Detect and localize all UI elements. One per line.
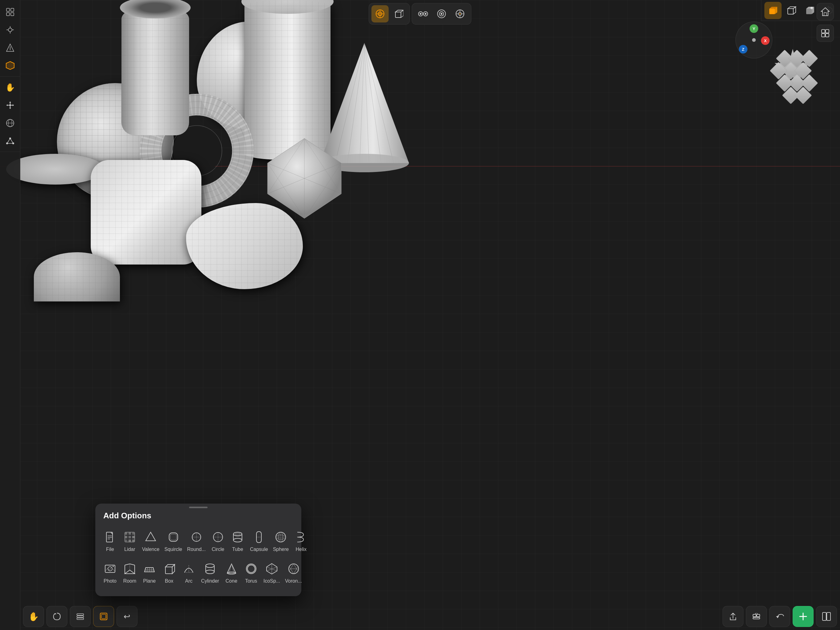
svg-line-135	[146, 532, 151, 541]
option-round[interactable]: Round...	[186, 527, 207, 555]
photo-icon	[103, 561, 117, 576]
tr-btn-cube-wire[interactable]	[783, 2, 800, 19]
svg-rect-120	[106, 532, 112, 542]
bl-btn-stack[interactable]	[93, 606, 114, 627]
option-arc[interactable]: Arc	[180, 558, 197, 587]
toolbar-pill-1	[369, 3, 410, 25]
tool-vertex[interactable]	[2, 133, 18, 149]
svg-rect-129	[128, 536, 131, 538]
option-cylinder[interactable]: Cylinder	[200, 558, 221, 587]
tool-orange-active[interactable]	[2, 57, 18, 73]
option-squircle-label: Squircle	[164, 546, 182, 552]
tr-btn-cube-solid[interactable]	[764, 2, 782, 19]
svg-line-64	[7, 138, 10, 143]
panel-drag-handle[interactable]	[189, 507, 208, 508]
option-sphere[interactable]: Sphere	[272, 527, 290, 555]
option-file-label: File	[106, 546, 114, 552]
tool-hand[interactable]: ✋	[2, 79, 18, 95]
bl-btn-layers[interactable]	[70, 606, 91, 627]
pill-btn-target[interactable]	[452, 5, 469, 22]
home-button[interactable]	[816, 3, 834, 20]
pill-btn-sphere-view[interactable]	[371, 5, 388, 22]
tool-globe[interactable]	[2, 115, 18, 131]
svg-rect-109	[101, 614, 106, 619]
voronoi-icon	[286, 561, 301, 576]
option-lidar[interactable]: Lidar	[121, 527, 138, 555]
svg-rect-102	[826, 30, 829, 33]
cylinder-icon	[203, 561, 217, 576]
svg-point-158	[108, 567, 112, 571]
svg-line-170	[151, 568, 152, 572]
toolbar-bottom-left: ✋ ↩	[23, 606, 137, 627]
svg-line-65	[10, 138, 13, 143]
bl-btn-back[interactable]: ↩	[117, 606, 137, 627]
br-btn-shortcut[interactable]	[746, 606, 767, 627]
br-btn-share[interactable]	[723, 606, 744, 627]
pill-btn-cube-view[interactable]	[390, 5, 407, 22]
option-cone[interactable]: Cone	[223, 558, 240, 587]
br-btn-undo[interactable]	[769, 606, 790, 627]
svg-rect-110	[753, 614, 756, 617]
br-btn-split[interactable]	[816, 606, 837, 627]
option-torus[interactable]: Torus	[243, 558, 260, 587]
svg-marker-134	[146, 532, 156, 541]
svg-rect-100	[824, 13, 826, 16]
option-circle-label: Circle	[212, 546, 224, 552]
squircle-icon	[166, 530, 181, 545]
option-capsule[interactable]: Capsule	[249, 527, 269, 555]
br-btn-add[interactable]	[793, 606, 813, 627]
tr-btn-cube-render[interactable]	[801, 2, 818, 19]
option-icosphere[interactable]: IcoSp...	[262, 558, 281, 587]
bl-btn-hand[interactable]: ✋	[23, 606, 44, 627]
cone-icon	[224, 561, 239, 576]
option-room[interactable]: Room	[121, 558, 138, 587]
svg-point-75	[420, 13, 422, 15]
svg-line-164	[130, 564, 135, 565]
option-tube[interactable]: Tube	[229, 527, 246, 555]
svg-point-49	[9, 104, 11, 106]
option-photo[interactable]: Photo	[101, 558, 119, 587]
svg-rect-131	[125, 540, 127, 542]
axis-z: Z	[739, 45, 747, 54]
option-plane[interactable]: Plane	[141, 558, 158, 587]
bl-btn-lasso[interactable]	[46, 606, 67, 627]
svg-marker-99	[821, 8, 829, 16]
svg-point-41	[8, 28, 12, 32]
axis-gizmo[interactable]: Y X Z	[736, 22, 772, 59]
svg-point-159	[112, 566, 114, 567]
option-voronoi[interactable]: Voron...	[284, 558, 303, 587]
capsule-icon	[251, 530, 266, 545]
option-helix[interactable]: Helix	[292, 527, 309, 555]
option-squircle[interactable]: Squircle	[163, 527, 183, 555]
svg-rect-38	[11, 8, 14, 11]
svg-line-168	[147, 568, 148, 572]
svg-point-77	[425, 13, 426, 15]
option-valence[interactable]: Valence	[141, 527, 161, 555]
arc-icon	[182, 561, 196, 576]
option-circle[interactable]: Circle	[209, 527, 227, 555]
svg-rect-106	[77, 616, 84, 617]
option-arc-label: Arc	[185, 578, 193, 584]
svg-rect-104	[826, 33, 829, 37]
pill-btn-eyes[interactable]	[414, 5, 432, 22]
svg-point-179	[206, 564, 214, 568]
svg-marker-48	[6, 62, 14, 70]
option-file[interactable]: File	[101, 527, 119, 555]
tool-snap[interactable]	[2, 22, 18, 38]
tool-transform[interactable]	[2, 97, 18, 113]
viewport-corner-button[interactable]	[816, 25, 834, 42]
valence-icon	[143, 530, 158, 545]
svg-line-163	[125, 564, 130, 565]
tool-grid[interactable]	[2, 4, 18, 20]
options-row-1: File Lidar	[101, 527, 295, 555]
toolbar-group-tools: ✋	[0, 78, 20, 152]
option-voronoi-label: Voron...	[285, 578, 302, 584]
svg-marker-115	[776, 616, 779, 618]
option-plane-label: Plane	[143, 578, 156, 584]
plane-icon	[142, 561, 157, 576]
tool-arrow-tl[interactable]	[2, 40, 18, 56]
rounded-cube-object	[91, 160, 201, 264]
pill-btn-circles[interactable]	[433, 5, 450, 22]
toolbar-left: ✋	[0, 0, 20, 630]
option-box[interactable]: Box	[161, 558, 178, 587]
